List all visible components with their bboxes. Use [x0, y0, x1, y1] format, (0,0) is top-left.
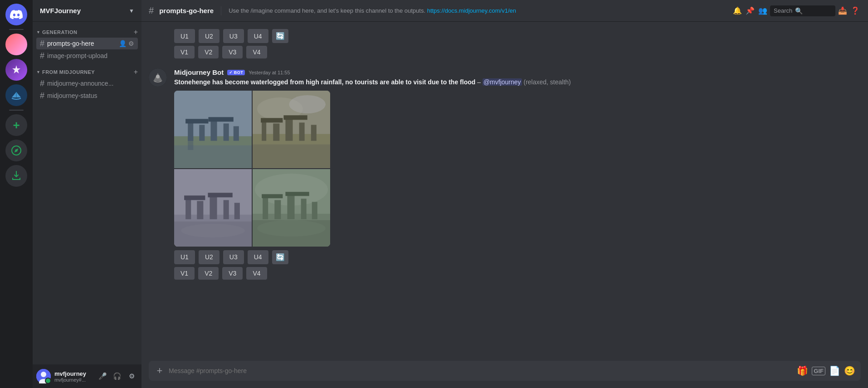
server-divider	[9, 29, 24, 30]
channel-name-label: prompts-go-here	[47, 40, 116, 47]
v1-button-top[interactable]: V1	[174, 46, 195, 58]
svg-rect-22	[262, 121, 266, 141]
svg-rect-37	[184, 195, 205, 200]
message-mention: @mvfjourney	[483, 78, 522, 86]
emoji-icon[interactable]: 😊	[844, 365, 855, 376]
svg-rect-14	[185, 119, 208, 123]
search-icon: 🔍	[795, 7, 803, 15]
explore-button[interactable]	[5, 140, 27, 161]
svg-rect-28	[283, 115, 307, 120]
server-gradient1[interactable]	[5, 34, 27, 55]
server-divider-2	[9, 110, 24, 111]
u3-button[interactable]: U3	[223, 250, 244, 264]
image-top-right[interactable]	[253, 91, 330, 168]
svg-rect-24	[285, 119, 293, 141]
u4-button-top[interactable]: U4	[248, 29, 268, 43]
v4-button[interactable]: V4	[246, 267, 267, 280]
channel-midjourney-status[interactable]: # midjourney-status	[36, 90, 138, 102]
action-row-1: U1 U2 U3 U4 🔄	[174, 250, 861, 264]
category-midjourney-label: FROM MIDJOURNEY	[42, 69, 95, 75]
image-top-left[interactable]	[174, 91, 252, 168]
message-buttons-top: U1 U2 U3 U4 🔄 V1 V2 V3 V4	[174, 29, 288, 61]
download-button[interactable]	[5, 165, 27, 187]
u2-button-top[interactable]: U2	[199, 29, 219, 43]
message-group-1: U1 U2 U3 U4 🔄 V1 V2 V3 V4	[141, 29, 868, 63]
settings-button[interactable]: ⚙	[125, 370, 138, 383]
topic-link[interactable]: https://docs.midjourney.com/v1/en	[427, 7, 516, 14]
action-row-top-2: V1 V2 V3 V4	[174, 46, 288, 58]
add-channel-icon-2[interactable]: +	[134, 68, 138, 76]
svg-rect-17	[188, 136, 193, 150]
svg-rect-13	[234, 126, 239, 141]
v4-button-top[interactable]: V4	[246, 46, 267, 58]
sticker-icon[interactable]: 📄	[829, 365, 840, 376]
add-server-button[interactable]: +	[5, 114, 27, 136]
search-placeholder: Search	[774, 7, 792, 14]
svg-point-3	[41, 372, 46, 377]
category-from-midjourney[interactable]: ▼ FROM MIDJOURNEY +	[33, 65, 141, 77]
add-member-icon[interactable]: 👤	[119, 40, 127, 47]
pin-icon[interactable]: 📌	[745, 5, 756, 16]
user-info: mvfjourney mvfjourney#...	[54, 370, 93, 383]
notification-bell-icon[interactable]: 🔔	[732, 5, 743, 16]
messages-area[interactable]: U1 U2 U3 U4 🔄 V1 V2 V3 V4	[141, 22, 868, 361]
channel-name-label-3: midjourney-announce...	[47, 80, 134, 87]
v1-button[interactable]: V1	[174, 267, 195, 280]
channel-header-hash-icon: #	[149, 5, 154, 16]
category-generation-label: GENERATION	[42, 29, 78, 35]
gift-icon[interactable]: 🎁	[797, 365, 808, 376]
header-actions: 🔔 📌 👥 Search 🔍 📥 ❓	[732, 5, 861, 16]
search-bar[interactable]: Search 🔍	[770, 5, 835, 16]
category-chevron-icon-2: ▼	[36, 70, 40, 74]
message-input[interactable]	[169, 367, 793, 374]
v2-button-top[interactable]: V2	[198, 46, 219, 58]
channel-hash-icon-3: #	[40, 79, 44, 87]
add-channel-icon[interactable]: +	[134, 28, 138, 36]
inbox-icon[interactable]: 📥	[837, 5, 848, 16]
mute-button[interactable]: 🎤	[96, 370, 109, 383]
channel-midjourney-announce[interactable]: # midjourney-announce...	[36, 78, 138, 89]
image-bottom-right[interactable]	[253, 169, 330, 247]
members-icon[interactable]: 👥	[757, 5, 768, 16]
settings-icon[interactable]: ⚙	[128, 40, 134, 47]
u1-button[interactable]: U1	[174, 250, 195, 264]
v3-button-top[interactable]: V3	[222, 46, 243, 58]
channel-list: ▼ GENERATION + # prompts-go-here 👤 ⚙ # i…	[33, 22, 141, 364]
svg-rect-26	[311, 125, 317, 141]
header-divider	[221, 6, 221, 15]
image-bottom-left[interactable]	[174, 169, 252, 247]
user-action-buttons: 🎤 🎧 ⚙	[96, 370, 138, 383]
message-group-2: Midjourney Bot ✓ BOT Yesterday at 11:55 …	[141, 67, 868, 284]
discord-home-button[interactable]	[5, 4, 27, 25]
server-gradient2[interactable]	[5, 59, 27, 81]
svg-rect-29	[253, 144, 330, 168]
channel-name-label-2: image-prompt-upload	[47, 52, 134, 59]
user-discriminator-label: mvfjourney#...	[54, 377, 93, 383]
channel-name-label-4: midjourney-status	[47, 92, 134, 99]
channel-image-prompt-upload[interactable]: # image-prompt-upload	[36, 50, 138, 62]
stonehenge-image-grid[interactable]	[174, 91, 330, 247]
main-content: # prompts-go-here Use the /imagine comma…	[141, 0, 868, 388]
server-boat[interactable]	[5, 84, 27, 106]
message-separator: –	[477, 78, 483, 86]
u2-button[interactable]: U2	[199, 250, 219, 264]
deafen-button[interactable]: 🎧	[111, 370, 123, 383]
bot-badge-label: BOT	[234, 70, 244, 75]
add-file-icon[interactable]: +	[154, 365, 165, 377]
server-name-header[interactable]: MVFJourney ▼	[33, 0, 141, 22]
refresh-button-top[interactable]: 🔄	[272, 29, 288, 43]
u3-button-top[interactable]: U3	[223, 29, 244, 43]
u4-button[interactable]: U4	[248, 250, 268, 264]
svg-rect-36	[234, 203, 240, 219]
help-icon[interactable]: ❓	[850, 5, 861, 16]
v2-button[interactable]: V2	[198, 267, 219, 280]
svg-rect-46	[287, 195, 294, 219]
svg-point-21	[289, 95, 325, 113]
gif-button[interactable]: GIF	[812, 367, 825, 375]
user-panel: mvfjourney mvfjourney#... 🎤 🎧 ⚙	[33, 364, 141, 388]
v3-button[interactable]: V3	[222, 267, 243, 280]
category-generation[interactable]: ▼ GENERATION +	[33, 25, 141, 37]
refresh-button[interactable]: 🔄	[272, 250, 288, 264]
u1-button-top[interactable]: U1	[174, 29, 195, 43]
channel-prompts-go-here[interactable]: # prompts-go-here 👤 ⚙	[36, 38, 138, 49]
